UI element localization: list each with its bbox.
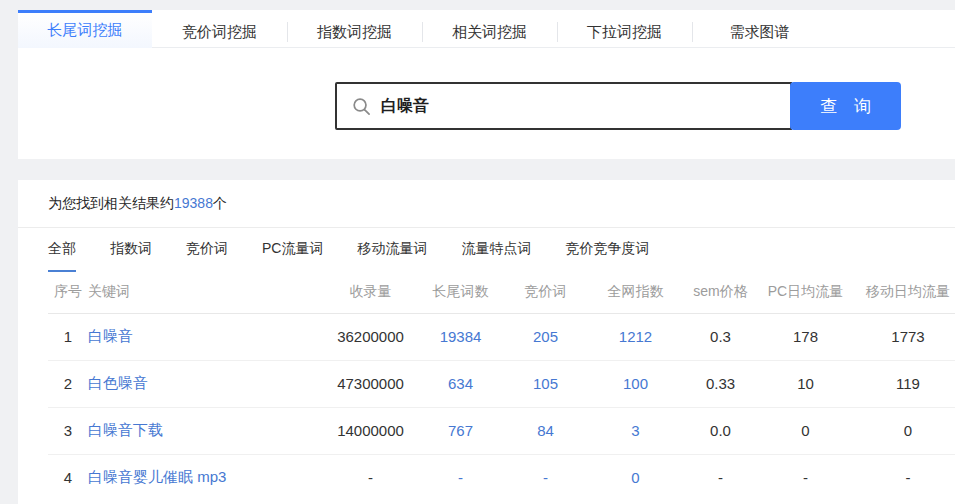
cell-keyword: 白噪音婴儿催眠 mp3 bbox=[88, 454, 323, 501]
cell-col-whole-net-index[interactable]: 0 bbox=[588, 454, 683, 501]
filter-tab-pc-traffic-words[interactable]: PC流量词 bbox=[262, 228, 323, 272]
cell-keyword: 白噪音 bbox=[88, 313, 323, 360]
filter-tab-all[interactable]: 全部 bbox=[48, 228, 76, 272]
table-row: 2白色噪音473000006341051000.3310119 bbox=[48, 360, 955, 407]
keyword-link[interactable]: 白噪音下载 bbox=[88, 421, 163, 438]
cell-col-mobile-daily-traffic: 119 bbox=[853, 360, 955, 407]
cell-col-whole-net-index[interactable]: 3 bbox=[588, 407, 683, 454]
header-col-longtail-count: 长尾词数 bbox=[418, 272, 503, 313]
cell-col-longtail-count[interactable]: 767 bbox=[418, 407, 503, 454]
header-col-index: 序号 bbox=[48, 272, 88, 313]
result-count-suffix: 个 bbox=[213, 195, 227, 211]
top-tab-bidword-mining[interactable]: 竞价词挖掘 bbox=[152, 17, 287, 47]
cell-keyword: 白噪音下载 bbox=[88, 407, 323, 454]
search-group: 白噪音 查 询 bbox=[335, 82, 901, 130]
cell-col-sem-price: 0.33 bbox=[683, 360, 758, 407]
filter-tab-index-words[interactable]: 指数词 bbox=[110, 228, 152, 272]
filter-tab-bid-words[interactable]: 竞价词 bbox=[186, 228, 228, 272]
result-count-prefix: 为您找到相关结果约 bbox=[48, 195, 174, 211]
cell-index: 3 bbox=[48, 407, 88, 454]
header-col-collection: 收录量 bbox=[323, 272, 418, 313]
cell-col-sem-price: 0.0 bbox=[683, 407, 758, 454]
keyword-table: 序号关键词收录量长尾词数竞价词全网指数sem价格PC日均流量移动日均流量 1白噪… bbox=[48, 272, 955, 501]
header-col-sem-price: sem价格 bbox=[683, 272, 758, 313]
keyword-link[interactable]: 白色噪音 bbox=[88, 374, 148, 391]
search-input[interactable]: 白噪音 bbox=[335, 82, 792, 130]
cell-col-bid-word[interactable]: 205 bbox=[503, 313, 588, 360]
cell-col-bid-word[interactable]: - bbox=[503, 454, 588, 501]
cell-col-pc-daily-traffic: 10 bbox=[758, 360, 853, 407]
result-count-line: 为您找到相关结果约19388个 bbox=[18, 180, 955, 228]
search-icon bbox=[352, 97, 371, 116]
results-panel: 为您找到相关结果约19388个 全部指数词竞价词PC流量词移动流量词流量特点词竞… bbox=[18, 180, 955, 504]
cell-col-mobile-daily-traffic: - bbox=[853, 454, 955, 501]
top-tab-longtail-mining[interactable]: 长尾词挖掘 bbox=[18, 10, 152, 48]
top-tab-indexword-mining[interactable]: 指数词挖掘 bbox=[287, 17, 422, 47]
filter-tab-bar: 全部指数词竞价词PC流量词移动流量词流量特点词竞价竞争度词 bbox=[18, 228, 955, 272]
result-count-number: 19388 bbox=[174, 195, 213, 211]
filter-tab-bid-competition-words[interactable]: 竞价竞争度词 bbox=[565, 228, 649, 272]
cell-col-whole-net-index[interactable]: 1212 bbox=[588, 313, 683, 360]
cell-col-whole-net-index[interactable]: 100 bbox=[588, 360, 683, 407]
cell-index: 2 bbox=[48, 360, 88, 407]
header-col-mobile-daily-traffic: 移动日均流量 bbox=[853, 272, 955, 313]
search-panel: 白噪音 查 询 bbox=[18, 48, 955, 159]
cell-col-pc-daily-traffic: 0 bbox=[758, 407, 853, 454]
header-col-whole-net-index: 全网指数 bbox=[588, 272, 683, 313]
cell-col-bid-word[interactable]: 105 bbox=[503, 360, 588, 407]
table-row: 1白噪音362000001938420512120.31781773 bbox=[48, 313, 955, 360]
cell-col-longtail-count[interactable]: - bbox=[418, 454, 503, 501]
top-tab-bar: 长尾词挖掘竞价词挖掘指数词挖掘相关词挖掘下拉词挖掘需求图谱 bbox=[18, 10, 955, 48]
cell-col-collection: 36200000 bbox=[323, 313, 418, 360]
table-header-row: 序号关键词收录量长尾词数竞价词全网指数sem价格PC日均流量移动日均流量 bbox=[48, 272, 955, 313]
header-col-bid-word: 竞价词 bbox=[503, 272, 588, 313]
keyword-table-wrap: 序号关键词收录量长尾词数竞价词全网指数sem价格PC日均流量移动日均流量 1白噪… bbox=[18, 272, 955, 501]
cell-col-bid-word[interactable]: 84 bbox=[503, 407, 588, 454]
keyword-link[interactable]: 白噪音 bbox=[88, 327, 133, 344]
header-col-pc-daily-traffic: PC日均流量 bbox=[758, 272, 853, 313]
top-tab-dropdownword-mining[interactable]: 下拉词挖掘 bbox=[557, 17, 692, 47]
cell-index: 4 bbox=[48, 454, 88, 501]
cell-col-longtail-count[interactable]: 19384 bbox=[418, 313, 503, 360]
table-row: 4白噪音婴儿催眠 mp3---0--- bbox=[48, 454, 955, 501]
cell-keyword: 白色噪音 bbox=[88, 360, 323, 407]
cell-col-collection: 47300000 bbox=[323, 360, 418, 407]
top-tab-demand-graph[interactable]: 需求图谱 bbox=[692, 17, 827, 47]
cell-col-sem-price: - bbox=[683, 454, 758, 501]
cell-col-pc-daily-traffic: - bbox=[758, 454, 853, 501]
cell-index: 1 bbox=[48, 313, 88, 360]
cell-col-mobile-daily-traffic: 0 bbox=[853, 407, 955, 454]
cell-col-collection: - bbox=[323, 454, 418, 501]
filter-tab-traffic-feature-words[interactable]: 流量特点词 bbox=[461, 228, 531, 272]
query-button[interactable]: 查 询 bbox=[790, 82, 901, 130]
top-tab-relatedword-mining[interactable]: 相关词挖掘 bbox=[422, 17, 557, 47]
cell-col-sem-price: 0.3 bbox=[683, 313, 758, 360]
cell-col-collection: 14000000 bbox=[323, 407, 418, 454]
cell-col-longtail-count[interactable]: 634 bbox=[418, 360, 503, 407]
filter-tab-mobile-traffic-words[interactable]: 移动流量词 bbox=[357, 228, 427, 272]
cell-col-mobile-daily-traffic: 1773 bbox=[853, 313, 955, 360]
cell-col-pc-daily-traffic: 178 bbox=[758, 313, 853, 360]
header-col-keyword: 关键词 bbox=[88, 272, 323, 313]
search-input-value: 白噪音 bbox=[381, 96, 429, 117]
keyword-link[interactable]: 白噪音婴儿催眠 mp3 bbox=[88, 468, 226, 485]
table-row: 3白噪音下载140000007678430.000 bbox=[48, 407, 955, 454]
